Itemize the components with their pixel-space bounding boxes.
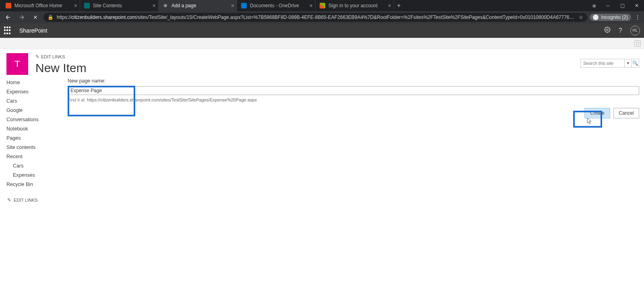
browser-tab-onedrive[interactable]: Documents - OneDrive × bbox=[237, 0, 316, 11]
form-area: New page name: Expense Page Find it at h… bbox=[68, 75, 644, 203]
cancel-button[interactable]: Cancel bbox=[613, 108, 639, 118]
tab-label: Add a page bbox=[171, 3, 196, 8]
tab-label: Site Contents bbox=[93, 3, 122, 8]
favicon-office bbox=[6, 3, 11, 8]
favicon-sharepoint bbox=[84, 3, 90, 8]
edit-links-top[interactable]: ✎ EDIT LINKS bbox=[35, 54, 644, 60]
search-go-button[interactable]: 🔍 bbox=[632, 59, 639, 68]
left-navigation: HomeExpensesCarsGoogleConversationsNoteb… bbox=[6, 75, 68, 203]
page-content: T ✎ EDIT LINKS New Item bbox=[0, 49, 644, 75]
new-tab-button[interactable]: + bbox=[394, 2, 404, 9]
tab-label: Documents - OneDrive bbox=[250, 3, 299, 8]
browser-tab-office[interactable]: Microsoft Office Home × bbox=[2, 0, 80, 11]
incognito-label: Incognito (2) bbox=[601, 14, 628, 20]
focus-content-icon[interactable] bbox=[634, 40, 641, 47]
page-name-label: New page name: bbox=[68, 78, 639, 84]
settings-gear-icon[interactable] bbox=[604, 27, 611, 35]
url-text: https://citizenbuilders.sharepoint.com/s… bbox=[57, 14, 576, 20]
back-button[interactable] bbox=[2, 14, 14, 21]
sidebar-item[interactable]: Expenses bbox=[6, 171, 68, 180]
lock-icon: 🔒 bbox=[47, 14, 54, 20]
browser-tab-addpage[interactable]: Add a page × bbox=[159, 0, 237, 11]
sidebar-item[interactable]: Expenses bbox=[6, 87, 68, 97]
app-launcher-icon[interactable] bbox=[4, 27, 12, 35]
favicon-loading-icon bbox=[163, 3, 168, 8]
sidebar-item[interactable]: Cars bbox=[6, 161, 68, 171]
find-it-hint: Find it at https://citizenbuilders.share… bbox=[68, 97, 639, 102]
browser-tab-bar: Microsoft Office Home × Site Contents × … bbox=[0, 0, 644, 11]
help-icon[interactable]: ? bbox=[619, 27, 622, 34]
page-name-input[interactable]: Expense Page bbox=[68, 86, 639, 95]
user-avatar[interactable]: HL bbox=[630, 26, 640, 35]
browser-address-bar: 🔒 https://citizenbuilders.sharepoint.com… bbox=[0, 11, 644, 23]
close-icon[interactable]: × bbox=[74, 2, 77, 9]
favicon-onedrive bbox=[241, 3, 247, 8]
edit-links-label: EDIT LINKS bbox=[14, 198, 38, 203]
sidebar-item[interactable]: Conversations bbox=[6, 115, 68, 124]
edit-links-label: EDIT LINKS bbox=[41, 54, 65, 59]
sidebar-item[interactable]: Google bbox=[6, 106, 68, 115]
window-close-icon[interactable]: ✕ bbox=[630, 0, 644, 11]
forward-button[interactable] bbox=[16, 14, 27, 21]
page-title: New Item bbox=[35, 61, 644, 75]
site-logo[interactable]: T bbox=[6, 53, 28, 75]
create-button[interactable]: Create bbox=[584, 108, 610, 118]
sidebar-item[interactable]: Pages bbox=[6, 134, 68, 143]
browser-tab-signin[interactable]: Sign in to your account × bbox=[316, 0, 394, 11]
window-minimize-icon[interactable]: ─ bbox=[601, 0, 615, 11]
sidebar-item[interactable]: Home bbox=[6, 78, 68, 87]
tab-label: Sign in to your account bbox=[328, 3, 378, 8]
browser-tab-sitecontents[interactable]: Site Contents × bbox=[80, 0, 159, 11]
browser-menu-button[interactable]: ⋮ bbox=[634, 14, 642, 21]
suite-bar: SharePoint ? HL bbox=[0, 23, 644, 38]
bookmark-star-icon[interactable]: ☆ bbox=[579, 14, 583, 20]
sidebar-item[interactable]: Notebook bbox=[6, 124, 68, 134]
search-input[interactable] bbox=[580, 59, 625, 68]
close-icon[interactable]: × bbox=[231, 2, 234, 9]
sidebar-item[interactable]: Recent bbox=[6, 152, 68, 161]
close-icon[interactable]: × bbox=[388, 2, 391, 9]
edit-links-left[interactable]: ✎ EDIT LINKS bbox=[6, 197, 68, 203]
sidebar-item[interactable]: Site contents bbox=[6, 143, 68, 152]
window-maximize-icon[interactable]: ▢ bbox=[615, 0, 630, 11]
ribbon-strip bbox=[0, 38, 644, 49]
incognito-badge[interactable]: Incognito (2) bbox=[590, 14, 631, 21]
pencil-icon: ✎ bbox=[7, 197, 11, 203]
incognito-icon bbox=[593, 14, 599, 20]
close-icon[interactable]: × bbox=[310, 2, 313, 9]
suite-brand[interactable]: SharePoint bbox=[19, 27, 47, 34]
favicon-microsoft bbox=[320, 3, 325, 8]
close-icon[interactable]: × bbox=[153, 2, 156, 9]
search-scope-dropdown[interactable]: ▼ bbox=[625, 59, 632, 68]
extension-icon[interactable]: ◉ bbox=[588, 0, 601, 11]
tab-label: Microsoft Office Home bbox=[14, 3, 62, 8]
sidebar-item[interactable]: Cars bbox=[6, 97, 68, 106]
search-area: ▼ 🔍 bbox=[580, 59, 639, 68]
url-input[interactable]: 🔒 https://citizenbuilders.sharepoint.com… bbox=[43, 13, 587, 22]
pencil-icon: ✎ bbox=[35, 54, 39, 60]
page-name-value: Expense Page bbox=[70, 88, 102, 93]
svg-point-0 bbox=[607, 29, 608, 31]
stop-button[interactable] bbox=[30, 14, 41, 20]
sidebar-item[interactable]: Recycle Bin bbox=[6, 180, 68, 189]
